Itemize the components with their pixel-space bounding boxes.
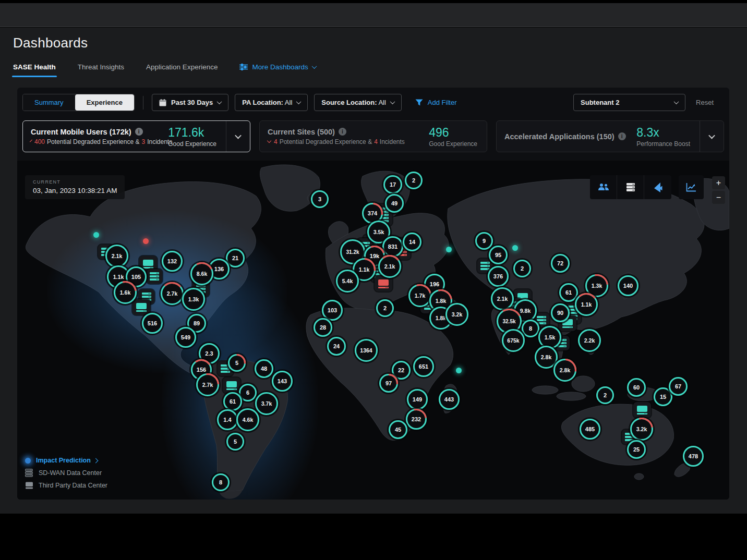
impact-prediction-link[interactable]: Impact Prediction [36,457,98,464]
source-location-dropdown[interactable]: Source Location: All [314,94,402,111]
map-badge[interactable]: 2.1k [105,245,128,267]
map-badge[interactable]: 2.2k [578,329,601,352]
more-dashboards-menu[interactable]: More Dashboards [239,63,316,77]
map-badge[interactable]: 2.1k [491,287,514,310]
map-badge[interactable]: 72 [551,254,570,273]
map-badge[interactable]: 443 [439,389,460,410]
map-badge[interactable]: 2 [596,386,614,404]
map-badge[interactable]: 8 [522,320,539,337]
map-badge[interactable]: 2.7k [161,282,184,305]
map-badge[interactable]: 3.2k [445,303,468,326]
map-badge[interactable]: 2.1k [378,255,401,278]
map-badge[interactable]: 61 [223,392,242,411]
map-badge[interactable]: 516 [142,313,163,334]
map-badge[interactable]: 1.3k [182,288,205,311]
map-badge[interactable]: 14 [403,233,421,251]
map-badge[interactable]: 1.1k [575,293,598,316]
map-badge[interactable]: 3 [311,190,329,208]
badge-count: 61 [565,289,572,296]
map-badge[interactable]: 48 [255,359,273,378]
tab-threat-insights[interactable]: Threat Insights [78,63,124,77]
map-badge[interactable]: 25 [627,440,646,459]
badge-count: 103 [328,307,337,313]
world-map[interactable]: 2.1k132211.1k1051368.6k1.6k2.7k1.3k51689… [17,161,729,500]
map-badge[interactable]: 376 [488,266,509,287]
map-badge[interactable]: 831 [382,236,403,257]
card-accelerated-applications[interactable]: Accelerated Applications (150) 8.3x Perf… [496,120,724,152]
map-badge[interactable]: 1.7k [408,284,431,307]
pa-location-dropdown[interactable]: PA Location: All [235,94,308,111]
map-badge[interactable]: 2.8k [553,359,576,382]
map-badge[interactable]: 2 [405,172,423,189]
card-current-mobile-users[interactable]: Current Mobile Users (172k) 400 Potentia… [22,120,250,152]
chevron-right-icon [93,458,98,463]
map-badge[interactable]: 5.4k [336,270,359,293]
time-range-value: Past 30 Days [171,99,213,106]
info-icon[interactable] [618,132,626,140]
map-badge[interactable]: 2 [376,299,394,317]
map-badge[interactable]: 549 [175,327,196,348]
map-badge[interactable]: 90 [551,303,570,322]
incident-datacenter-monitor-icon[interactable] [375,276,392,291]
map-badge[interactable]: 49 [385,194,404,213]
prisma-access-layer-button[interactable] [644,175,671,199]
map-badge[interactable]: 149 [407,389,428,410]
map-badge[interactable]: 60 [627,378,646,397]
map-badge[interactable]: 95 [489,246,508,264]
map-badge[interactable]: 1364 [355,339,378,362]
map-badge[interactable]: 675k [502,329,525,352]
info-icon[interactable] [339,128,346,136]
map-badge[interactable]: 4.6k [236,408,259,431]
map-badge[interactable]: 5 [228,354,246,372]
map-badge[interactable]: 143 [272,371,293,392]
map-zoom-out-button[interactable]: − [712,191,725,204]
map-badge[interactable]: 2 [513,260,531,277]
subtenant-dropdown[interactable]: Subtenant 2 [573,94,685,111]
toggle-experience[interactable]: Experience [75,94,134,111]
map-badge[interactable]: 67 [669,377,688,396]
toggle-summary[interactable]: Summary [23,94,75,111]
time-range-dropdown[interactable]: Past 30 Days [152,94,228,111]
map-badge[interactable]: 24 [327,337,346,356]
map-badge[interactable]: 132 [162,251,183,272]
datacenter-monitor-icon[interactable] [223,378,240,393]
map-badge[interactable]: 17 [383,175,402,194]
map-badge[interactable]: 28 [314,318,332,337]
map-badge[interactable]: 485 [580,419,600,440]
badge-count: 6 [246,389,249,396]
tab-application-experience[interactable]: Application Experience [146,63,218,77]
map-badge[interactable]: 2.7k [196,373,219,396]
badge-count: 61 [230,398,236,405]
map-zoom-in-button[interactable]: + [712,176,725,189]
expand-card-button[interactable] [226,121,250,152]
map-badge[interactable]: 1.4 [217,409,238,430]
data-center-layer-button[interactable] [617,175,644,199]
map-badge[interactable]: 3.7k [255,392,278,415]
map-badge[interactable]: 232 [406,409,427,430]
map-badge[interactable]: 8.6k [190,262,213,285]
add-filter-button[interactable]: Add Filter [415,99,457,106]
badge-count: 2.8k [541,354,551,360]
map-badge[interactable]: 1.6k [114,281,137,304]
map-badge[interactable]: 651 [413,356,434,377]
card-current-sites[interactable]: Current Sites (500) 4 Potential Degraded… [259,120,487,152]
map-badge[interactable]: 140 [618,275,638,296]
trend-chart-button[interactable] [679,175,704,199]
map-badge[interactable]: 478 [683,446,704,467]
map-badge[interactable]: 1.5k [538,326,561,349]
map-badge[interactable]: 97 [379,374,398,393]
map-badge[interactable]: 45 [389,420,407,439]
mobile-users-layer-button[interactable] [590,175,617,199]
map-badge[interactable]: 9 [475,232,493,250]
expand-card-button[interactable] [700,121,724,152]
reset-button[interactable]: Reset [696,99,714,106]
datacenter-monitor-icon[interactable] [633,402,651,418]
map-badge[interactable]: 5 [226,433,244,451]
map-badge[interactable]: 103 [322,300,343,321]
map-badge[interactable]: 3.2k [630,418,653,441]
map-badge[interactable]: 8 [212,473,230,491]
info-icon[interactable] [135,128,143,136]
tab-sase-health[interactable]: SASE Health [13,63,56,77]
datacenter-server-icon[interactable] [147,269,162,284]
badge-count: 2.1k [497,296,508,302]
